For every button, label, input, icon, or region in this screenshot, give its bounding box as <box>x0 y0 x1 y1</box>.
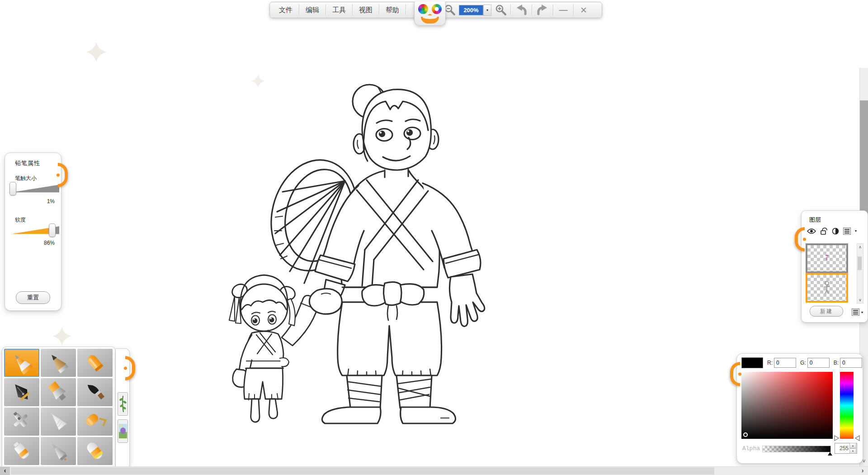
toolbar-separator <box>406 5 406 15</box>
slider-track <box>11 183 59 195</box>
brush-size-slider[interactable] <box>11 183 59 195</box>
horizontal-scroll-thumb[interactable] <box>11 467 714 475</box>
brush-cell-eraser[interactable] <box>77 437 113 465</box>
brush-cell-flat-brush[interactable] <box>41 378 76 406</box>
chevron-down-icon[interactable]: ▾ <box>861 310 863 314</box>
redo-button[interactable] <box>533 3 552 17</box>
alpha-value-input[interactable] <box>835 445 849 451</box>
layer-row-bottom[interactable] <box>806 273 848 303</box>
minimize-button[interactable]: — <box>554 5 572 15</box>
layer-scroll-thumb[interactable] <box>858 256 862 270</box>
undo-icon <box>515 4 528 16</box>
current-color-swatch[interactable] <box>741 357 763 368</box>
softness-label: 软度 <box>15 216 26 224</box>
alpha-slider-handle[interactable] <box>828 452 832 456</box>
menu-help[interactable]: 帮助 <box>380 3 405 17</box>
pencil-icon <box>7 352 36 374</box>
airbrush-icon <box>7 410 36 433</box>
scroll-left-button[interactable]: ‹ <box>0 467 10 475</box>
logo-smile-icon <box>421 17 439 24</box>
menu-view[interactable]: 视图 <box>354 3 378 17</box>
toolbar-separator <box>326 5 326 15</box>
scroll-down-icon[interactable]: ∨ <box>857 297 863 303</box>
close-button[interactable]: ✕ <box>575 5 593 15</box>
menu-tools[interactable]: 工具 <box>327 3 351 17</box>
round-brush-icon <box>44 440 73 462</box>
horizontal-scrollbar[interactable]: ‹ › <box>0 466 868 475</box>
brush-cell-pencil[interactable] <box>4 349 39 377</box>
saturation-value-field[interactable] <box>741 372 833 439</box>
softness-value: 86% <box>44 240 55 246</box>
brush-cell-paper-stump[interactable] <box>41 408 76 436</box>
pen-nib-icon <box>7 381 36 404</box>
blue-label: B: <box>834 360 839 366</box>
app-window: { "toolbar": { "menus": ["文件", "编辑", "工具… <box>0 0 868 475</box>
brush-cell-wood-pencil[interactable] <box>41 349 76 377</box>
zoom-dropdown-button[interactable]: ▾ <box>483 5 491 16</box>
unlock-icon[interactable] <box>820 227 828 235</box>
color-picker-panel: R: G: B: Alpha ▲ ▼ <box>736 353 863 464</box>
man-figure <box>315 85 485 423</box>
scroll-up-icon[interactable]: ∧ <box>857 244 863 250</box>
tab-stamp-pictures[interactable] <box>118 419 128 443</box>
chevron-down-icon[interactable]: ▾ <box>855 229 857 233</box>
reset-button[interactable]: 重置 <box>16 291 50 304</box>
toolbar-separator <box>510 5 511 15</box>
brush-size-label: 笔触大小 <box>15 175 37 182</box>
layers-title: 图层 <box>809 216 821 224</box>
eraser-icon <box>80 440 109 462</box>
scroll-right-button[interactable]: › <box>858 467 867 475</box>
magnifier-plus-icon <box>495 4 507 16</box>
girl-figure <box>229 275 321 422</box>
zoom-level-input[interactable] <box>459 5 483 15</box>
new-layer-button[interactable]: 新建 <box>810 306 843 317</box>
chevron-down-icon: ▾ <box>486 8 488 12</box>
canvas-artwork <box>228 81 493 426</box>
brush-cell-round-brush[interactable] <box>41 437 76 465</box>
opacity-icon[interactable] <box>832 228 839 235</box>
logo-right-eye-icon <box>432 4 442 14</box>
menu-file[interactable]: 文件 <box>274 3 298 17</box>
hue-handle-left[interactable] <box>834 435 839 441</box>
softness-slider-handle[interactable] <box>49 223 56 237</box>
brush-cell-crayon[interactable] <box>77 349 113 377</box>
brush-cell-ink-brush[interactable] <box>77 378 113 406</box>
logo-left-eye-icon <box>418 4 428 14</box>
layer-list-scrollbar[interactable]: ∧ ∨ <box>857 243 863 304</box>
toolbar-separator <box>573 5 574 15</box>
toolbar-separator <box>553 5 553 15</box>
toolbar-separator <box>379 5 379 15</box>
menu-edit[interactable]: 编辑 <box>300 3 325 17</box>
app-logo-button[interactable] <box>414 1 446 26</box>
red-input[interactable] <box>774 358 796 368</box>
blue-input[interactable] <box>840 358 862 368</box>
layer-thumbnail-mark <box>824 255 830 262</box>
eye-icon[interactable] <box>807 228 816 234</box>
layer-row-top[interactable] <box>806 243 848 273</box>
brush-cell-airbrush[interactable] <box>4 408 39 436</box>
wood-pencil-icon <box>44 352 73 374</box>
zoom-in-button[interactable] <box>492 3 509 17</box>
tab-nature-brushes[interactable] <box>118 392 128 416</box>
spin-down-button[interactable]: ▼ <box>849 448 856 454</box>
redo-icon <box>536 4 549 16</box>
layer-options-icon[interactable] <box>852 309 859 316</box>
red-label: R: <box>767 360 773 366</box>
alpha-slider[interactable] <box>762 446 831 452</box>
green-input[interactable] <box>807 358 830 368</box>
brush-cell-paint-tube[interactable] <box>4 437 39 465</box>
toolbar-separator <box>532 5 532 15</box>
color-field-cursor[interactable] <box>743 432 748 437</box>
spin-up-button[interactable]: ▲ <box>849 443 856 448</box>
undo-button[interactable] <box>512 3 531 17</box>
brush-palette <box>2 347 116 475</box>
green-label: G: <box>800 360 806 366</box>
brush-cell-pen-nib[interactable] <box>4 378 39 406</box>
zoom-level-control: ▾ <box>459 5 491 16</box>
paint-tube-icon <box>7 440 36 462</box>
brush-cell-paint-roller[interactable] <box>77 408 113 436</box>
brush-size-slider-handle[interactable] <box>9 182 16 195</box>
hue-handle-right[interactable] <box>855 435 860 441</box>
hue-slider[interactable] <box>840 372 854 439</box>
alpha-label: Alpha <box>742 445 760 452</box>
